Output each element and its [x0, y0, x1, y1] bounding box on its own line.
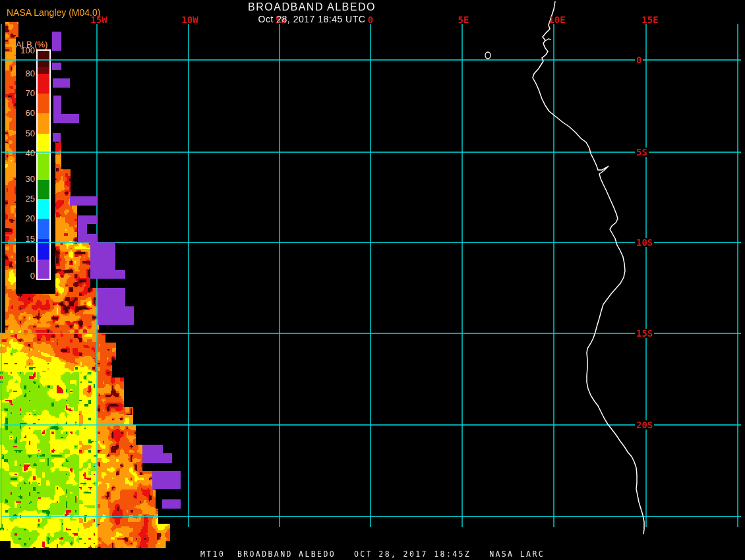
longitude-label-15E: 15E [641, 15, 658, 24]
title-block: BROADBAND ALBEDO Oct 28, 2017 18:45 UTC [210, 1, 414, 24]
page-title: BROADBAND ALBEDO [210, 1, 414, 13]
colorbar-tick-label: 15 [17, 235, 35, 243]
low-albedo-patch [53, 96, 61, 123]
footer-caption: MT10 BROADBAND ALBEDO OCT 28, 2017 18:45… [0, 549, 745, 559]
low-albedo-patch [90, 270, 125, 279]
latitude-label-0: 0 [635, 55, 643, 65]
island-outline [485, 52, 491, 59]
low-albedo-patch [98, 306, 134, 325]
colorbar-tick-label: 20 [17, 214, 35, 223]
low-albedo-patch [61, 114, 79, 123]
low-albedo-patch [142, 453, 172, 463]
source-label: NASA Langley (M04.0) [7, 7, 100, 18]
colorbar-tick-label: 80 [17, 69, 35, 78]
longitude-label-10W: 10W [181, 15, 198, 24]
latitude-label-10S: 10S [635, 238, 654, 247]
albedo-map-viewport: ALB (%) BROADBAND ALBEDO Oct 28, 2017 18… [0, 0, 745, 560]
colorbar-tick-label: 70 [17, 89, 35, 98]
coastline [533, 1, 644, 534]
low-albedo-patch [142, 445, 163, 453]
low-albedo-patch [78, 215, 97, 224]
colorbar-tick-label: 40 [17, 149, 35, 157]
low-albedo-patch [162, 499, 181, 509]
longitude-label-10E: 10E [549, 15, 565, 24]
colorbar-tick-label: 30 [17, 175, 35, 183]
low-albedo-patch [152, 471, 181, 489]
low-albedo-patch [70, 196, 97, 206]
low-albedo-patch [90, 242, 115, 270]
low-albedo-patch [53, 78, 70, 88]
colorbar-tick-label: 60 [17, 109, 35, 117]
colorbar-tick-label: 0 [17, 271, 35, 280]
latitude-label-5S: 5S [635, 148, 649, 157]
low-albedo-patch [98, 288, 125, 306]
colorbar-tick-label: 10 [17, 255, 35, 264]
low-albedo-patch [78, 224, 87, 234]
colorbar-tick-label: 100 [17, 46, 35, 55]
latitude-label-15S: 15S [635, 329, 654, 338]
colorbar-tick-label: 50 [17, 129, 35, 138]
timestamp-subtitle: Oct 28, 2017 18:45 UTC [210, 14, 414, 24]
latitude-label-20S: 20S [635, 420, 654, 430]
low-albedo-patch [53, 133, 61, 142]
low-albedo-patch [52, 63, 61, 70]
grid-and-coastline-overlay [0, 0, 745, 560]
low-albedo-patch [78, 234, 97, 242]
coastline [545, 39, 551, 41]
longitude-label-15W: 15W [90, 15, 107, 24]
colorbar-tick-label: 25 [17, 194, 35, 203]
longitude-label-5E: 5E [458, 15, 469, 24]
